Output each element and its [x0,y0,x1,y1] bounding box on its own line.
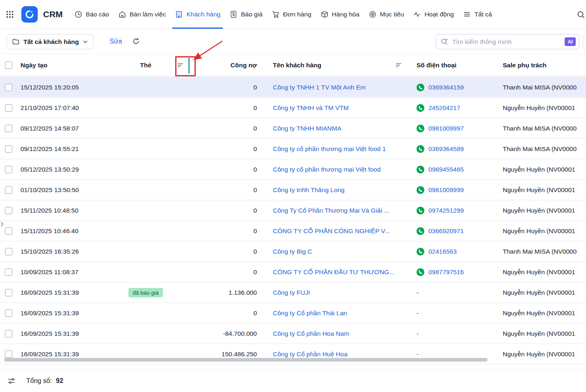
table-row[interactable]: 15/11/2025 10:46:400CÔNG TY CỔ PHẦN CÔNG… [0,221,586,241]
phone-cell[interactable]: 0987797516 [417,268,464,276]
phone-call-icon[interactable] [417,227,424,235]
nav-item-don-hang[interactable]: Đơn hàng [272,0,311,29]
phone-cell[interactable]: 0369364159 [417,83,464,91]
sliders-icon[interactable] [7,377,16,385]
row-checkbox[interactable] [5,104,12,112]
phone-cell[interactable]: 0981009997 [417,124,464,132]
smart-search-input[interactable] [451,38,561,46]
filter-icon-name-column[interactable] [395,62,402,69]
row-checkbox[interactable] [5,207,12,214]
table-row[interactable]: 16/09/2025 15:31:39đã báo giá1.136.000Cô… [0,282,586,303]
nav-item-hang-hoa[interactable]: Hàng hóa [320,0,359,29]
customer-name-link[interactable]: Công ty FUJI [273,289,398,296]
nav-item-bao-cao[interactable]: Báo cáo [74,0,109,29]
phone-cell[interactable]: 245204217 [417,104,460,112]
app-grid-icon[interactable] [6,10,14,18]
refresh-icon[interactable] [132,37,140,45]
phone-call-icon[interactable] [417,268,424,276]
phone-call-icon[interactable] [417,165,424,173]
customer-name-link[interactable]: CÔNG TY CỔ PHẦN ĐẦU TƯ THƯƠNG... [273,268,398,276]
row-checkbox[interactable] [5,248,12,255]
column-header-phone[interactable]: Số điện thoại [417,62,456,69]
table-row[interactable]: 09/12/2025 14:58:070Công ty TNHH MIANMA0… [0,118,586,139]
customer-name-link[interactable]: Công ty cổ phần thương mại Việt food [273,166,398,173]
phone-cell[interactable]: 0366920971 [417,227,464,235]
phone-cell[interactable]: 02416563 [417,248,457,255]
nav-item-hoat-dong[interactable]: Hoạt động [413,0,454,29]
table-row[interactable]: 15/11/2025 10:48:500Công Ty Cổ Phần Thươ… [0,200,586,221]
row-checkbox[interactable] [5,84,12,91]
customer-name-link[interactable]: Công ty tnhh Thăng Long [273,186,398,194]
nav-item-tat-ca[interactable]: Tất cả [463,0,492,29]
edit-view-link[interactable]: Sửa [110,38,122,45]
select-all-checkbox[interactable] [5,62,12,69]
nav-item-bao-gia[interactable]: Báo giá [229,0,263,29]
column-header-date[interactable]: Ngày tạo [21,62,47,69]
row-checkbox[interactable] [5,268,12,276]
customer-name-link[interactable]: Công Ty Cổ Phần Thương Mại Và Giải ... [273,207,398,214]
phone-number[interactable]: 0369364589 [428,145,464,153]
customer-name-link[interactable]: Công ty TNHH MIANMA [273,125,398,132]
column-header-sale[interactable]: Sale phụ trách [503,62,547,69]
phone-call-icon[interactable] [417,145,424,153]
filter-icon-tag-column[interactable] [177,62,184,69]
phone-cell[interactable]: 0974251299 [417,206,464,214]
row-checkbox[interactable] [5,166,12,173]
column-header-debt[interactable]: Công nợ [193,62,257,69]
column-header-tag[interactable]: Thẻ [111,62,181,69]
phone-number[interactable]: 0987797516 [428,268,464,276]
nav-item-muc-tieu[interactable]: Mục tiêu [369,0,404,29]
table-row[interactable]: 09/12/2025 14:55:210Công ty cổ phần thươ… [0,139,586,159]
customer-name-link[interactable]: Công ty TNHH 1 TV Một Anh Em [273,84,398,91]
customer-name-link[interactable]: CÔNG TY CỔ PHẦN CÔNG NGHIỆP V... [273,227,398,235]
row-checkbox[interactable] [5,309,12,317]
phone-number[interactable]: 02416563 [428,248,457,255]
row-checkbox[interactable] [5,125,12,132]
row-checkbox[interactable] [5,145,12,153]
phone-call-icon[interactable] [417,206,424,214]
row-checkbox[interactable] [5,351,12,358]
phone-number[interactable]: 245204217 [428,104,460,112]
phone-call-icon[interactable] [417,248,424,255]
phone-number[interactable]: 0974251299 [428,207,464,214]
customer-name-link[interactable]: Công ty cổ phần thương mại Việt food 1 [273,145,398,153]
table-row[interactable]: 16/09/2025 15:31:390Công ty Cổ phần Thái… [0,303,586,323]
table-row[interactable]: 15/10/2025 16:35:260Công ty Big C0241656… [0,241,586,262]
table-row[interactable]: 16/09/2025 15:31:39-84.700.000Công ty Cổ… [0,323,586,344]
column-resize-indicator[interactable] [188,58,190,73]
row-checkbox[interactable] [5,330,12,337]
smart-search-box[interactable]: AI [436,34,579,49]
phone-number[interactable]: 0366920971 [428,227,464,235]
phone-number[interactable]: 0969455465 [428,166,464,173]
table-row[interactable]: 10/09/2025 11:08:370CÔNG TY CỔ PHẦN ĐẦU … [0,262,586,282]
nav-item-khach-hang[interactable]: Khách hàng [175,0,220,29]
nav-item-ban-lam-viec[interactable]: Bàn làm việc [118,0,166,29]
crm-logo-icon[interactable] [21,6,38,23]
phone-call-icon[interactable] [417,124,424,132]
phone-call-icon[interactable] [417,104,424,112]
row-checkbox[interactable] [5,227,12,235]
table-row[interactable]: 01/10/2025 13:50:500Công ty tnhh Thăng L… [0,180,586,200]
horizontal-scrollbar[interactable] [4,358,488,362]
row-checkbox[interactable] [5,289,12,296]
phone-number[interactable]: 0981009997 [428,125,464,132]
row-checkbox[interactable] [5,186,12,194]
table-row[interactable]: 21/10/2025 17:07:400Công ty TNHH và TM V… [0,98,586,118]
panel-expand-chevron-icon[interactable] [0,221,5,227]
customer-name-link[interactable]: Công ty Cổ phần Hoa Nam [273,330,398,337]
phone-number[interactable]: 0981009999 [428,186,464,194]
phone-call-icon[interactable] [417,83,424,91]
customer-name-link[interactable]: Công ty TNHH và TM VTM [273,104,398,112]
phone-number[interactable]: 0369364159 [428,84,464,91]
customer-name-link[interactable]: Công ty Cổ phần Huệ Hoa [273,351,398,358]
column-header-name[interactable]: Tên khách hàng [273,62,321,69]
view-selector-dropdown[interactable]: Tất cả khách hàng [7,34,94,49]
phone-cell[interactable]: 0369364589 [417,145,464,153]
phone-call-icon[interactable] [417,186,424,194]
customer-name-link[interactable]: Công ty Cổ phần Thái Lan [273,309,398,317]
table-row[interactable]: 05/12/2025 13:50:290Công ty cổ phần thươ… [0,159,586,180]
table-row[interactable]: 15/12/2025 15:20:050Công ty TNHH 1 TV Mộ… [0,77,586,98]
search-icon[interactable] [577,10,585,19]
phone-cell[interactable]: 0969455465 [417,165,464,173]
customer-name-link[interactable]: Công ty Big C [273,248,398,255]
